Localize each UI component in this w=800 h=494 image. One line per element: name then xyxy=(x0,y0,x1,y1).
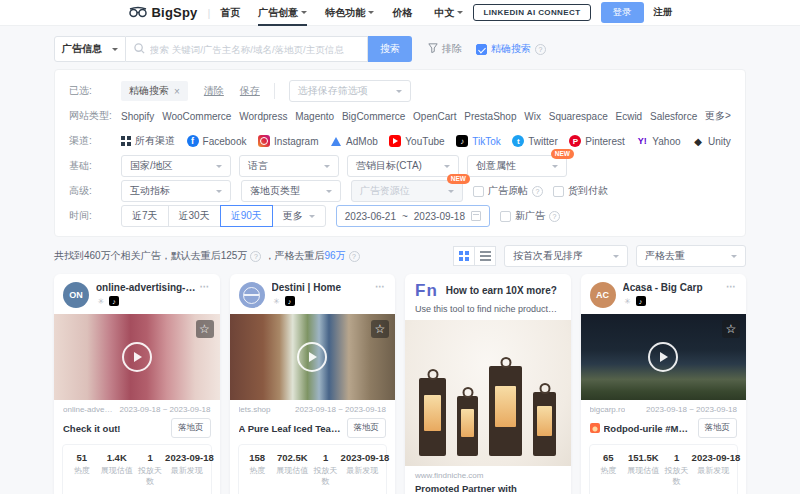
ad-domain[interactable]: online-advertising-58670.... xyxy=(63,405,114,414)
play-icon[interactable] xyxy=(297,342,327,372)
website-type-wix[interactable]: Wix xyxy=(524,111,541,122)
info-icon[interactable] xyxy=(535,44,546,55)
checkbox-icon[interactable] xyxy=(473,186,484,197)
advertiser-title[interactable]: online-advertising-58670.bond xyxy=(96,282,211,293)
time-last-30-days[interactable]: 近30天 xyxy=(168,205,221,227)
website-type-row: 网站类型: Shopify WooCommerce Wordpress Mage… xyxy=(69,105,731,127)
info-icon[interactable] xyxy=(549,211,560,222)
login-button[interactable]: 登录 xyxy=(601,2,644,23)
search-input[interactable] xyxy=(150,44,359,55)
calendar-icon xyxy=(471,211,481,221)
checkbox-icon[interactable] xyxy=(553,186,564,197)
saved-filters-select[interactable]: 选择保存筛选项 xyxy=(289,80,411,102)
view-toggle xyxy=(454,246,496,266)
nav-home[interactable]: 首页 xyxy=(220,0,240,26)
language-select[interactable]: 语言 xyxy=(239,155,339,177)
play-icon[interactable] xyxy=(648,342,678,372)
promo-media[interactable] xyxy=(405,320,571,466)
promo-url[interactable]: www.findniche.com xyxy=(405,466,571,480)
filter-tag-exact-search[interactable]: 精确搜索 xyxy=(121,81,188,101)
nav-features[interactable]: 特色功能 xyxy=(325,0,374,26)
vertical-divider xyxy=(274,83,275,99)
sort-select[interactable]: 按首次看见排序 xyxy=(504,245,628,267)
checkbox-checked-icon[interactable] xyxy=(476,44,487,55)
channel-yahoo[interactable]: Yahoo xyxy=(636,135,680,147)
grid-view-button[interactable] xyxy=(453,246,475,266)
time-last-7-days[interactable]: 近7天 xyxy=(121,205,169,227)
register-link[interactable]: 注册 xyxy=(654,6,673,19)
favorite-star-icon[interactable] xyxy=(722,320,740,338)
more-menu-icon[interactable] xyxy=(726,281,737,292)
website-type-wordpress[interactable]: Wordpress xyxy=(239,111,287,122)
tiktok-icon xyxy=(109,296,119,306)
landing-page-button[interactable]: 落地页 xyxy=(698,418,738,438)
dedupe-select[interactable]: 严格去重 xyxy=(636,245,746,267)
clear-filters-link[interactable]: 清除 xyxy=(204,84,224,98)
channel-youtube[interactable]: YouTube xyxy=(389,135,444,147)
date-end[interactable]: 2023-09-18 xyxy=(414,211,465,222)
more-website-types-link[interactable]: 更多> xyxy=(705,109,731,123)
bigspy-logo[interactable]: BigSpy xyxy=(128,4,198,22)
landing-page-type-select[interactable]: 落地页类型 xyxy=(241,180,341,202)
time-more-select[interactable]: 更多 xyxy=(272,205,326,227)
cta-select[interactable]: 营销目标(CTA) xyxy=(347,155,459,177)
info-icon[interactable] xyxy=(250,251,261,262)
exclude-filter[interactable]: 排除 xyxy=(428,42,462,56)
ad-media[interactable] xyxy=(230,314,396,400)
spy-glasses-icon xyxy=(128,4,148,22)
ad-domain[interactable]: bigcarp.ro xyxy=(590,405,626,414)
creative-attribute-select[interactable]: 创意属性 NEW xyxy=(467,155,567,177)
list-view-button[interactable] xyxy=(474,246,496,266)
website-type-woocommerce[interactable]: WooCommerce xyxy=(162,111,231,122)
cod-checkbox[interactable]: 货到付款 xyxy=(553,184,608,198)
date-range-picker[interactable]: 2023-06-21 ~ 2023-09-18 xyxy=(336,205,490,227)
landing-page-button[interactable]: 落地页 xyxy=(347,418,387,438)
linkedin-ai-connect-button[interactable]: LINKEDIN AI CONNECT xyxy=(473,4,590,21)
country-region-select[interactable]: 国家/地区 xyxy=(121,155,231,177)
search-category-select[interactable]: 广告信息 xyxy=(54,36,126,62)
website-type-ecwid[interactable]: Ecwid xyxy=(616,111,643,122)
channel-facebook[interactable]: Facebook xyxy=(187,135,247,147)
ad-domain[interactable]: lets.shop xyxy=(239,405,271,414)
favorite-star-icon[interactable] xyxy=(371,320,389,338)
exact-search-toggle[interactable]: 精确搜索 xyxy=(476,42,546,56)
save-filters-link[interactable]: 保存 xyxy=(240,84,260,98)
nav-pricing[interactable]: 价格 xyxy=(392,0,412,26)
website-type-bigcommerce[interactable]: BigCommerce xyxy=(342,111,405,122)
more-menu-icon[interactable] xyxy=(375,281,386,292)
original-post-checkbox[interactable]: 广告原帖 xyxy=(473,184,543,198)
nav-ad-creative[interactable]: 广告创意 xyxy=(258,0,307,26)
channel-admob[interactable]: AdMob xyxy=(330,135,378,147)
channel-pinterest[interactable]: Pinterest xyxy=(569,135,624,147)
advertiser-title[interactable]: Acasa - Big Carp xyxy=(623,282,738,293)
website-type-salesforce[interactable]: Salesforce xyxy=(650,111,697,122)
channel-instagram[interactable]: Instagram xyxy=(258,135,318,147)
info-icon[interactable] xyxy=(349,251,360,262)
play-icon[interactable] xyxy=(122,342,152,372)
website-type-opencart[interactable]: OpenCart xyxy=(413,111,456,122)
time-last-90-days[interactable]: 近90天 xyxy=(220,205,273,227)
advertiser-title[interactable]: Destini | Home xyxy=(272,282,387,293)
time-filters-row: 时间: 近7天 近30天 近90天 更多 2023-06-21 ~ 2023-0… xyxy=(69,205,731,227)
ad-media[interactable] xyxy=(54,314,220,400)
website-type-squarespace[interactable]: Squarespace xyxy=(549,111,608,122)
new-ads-checkbox[interactable]: 新广告 xyxy=(500,209,560,223)
channel-all[interactable]: 所有渠道 xyxy=(121,134,175,148)
interaction-metrics-select[interactable]: 互动指标 xyxy=(121,180,231,202)
info-icon[interactable] xyxy=(532,186,543,197)
channel-unity[interactable]: Unity xyxy=(692,135,731,147)
favorite-star-icon[interactable] xyxy=(196,320,214,338)
website-type-prestashop[interactable]: PrestaShop xyxy=(464,111,516,122)
channel-tiktok[interactable]: TikTok xyxy=(456,135,501,147)
search-button[interactable]: 搜索 xyxy=(368,36,412,62)
language-switcher[interactable]: 中文 xyxy=(434,6,463,20)
more-menu-icon[interactable] xyxy=(200,281,211,292)
channel-twitter[interactable]: Twitter xyxy=(512,135,557,147)
date-start[interactable]: 2023-06-21 xyxy=(345,211,396,222)
ad-media[interactable] xyxy=(581,314,747,400)
checkbox-icon[interactable] xyxy=(500,211,511,222)
website-type-shopify[interactable]: Shopify xyxy=(121,111,154,122)
website-type-magento[interactable]: Magento xyxy=(295,111,334,122)
results-summary-mid: ，严格去重后 xyxy=(264,249,324,263)
landing-page-button[interactable]: 落地页 xyxy=(171,418,211,438)
